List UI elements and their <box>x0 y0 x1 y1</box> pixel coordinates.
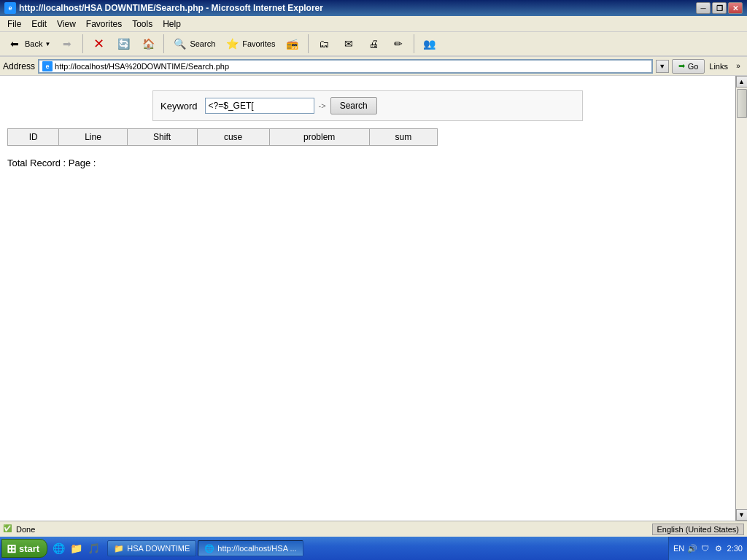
back-dropdown-icon: ▼ <box>44 41 50 47</box>
media-icon: 📻 <box>285 36 301 52</box>
address-bar: Address e ▼ ➡ Go Links » <box>0 57 747 76</box>
toolbar-sep-4 <box>414 34 414 53</box>
home-icon: 🏠 <box>140 36 156 52</box>
menu-tools[interactable]: Tools <box>128 18 157 31</box>
address-dropdown-button[interactable]: ▼ <box>656 60 669 73</box>
toolbar-sep-3 <box>308 34 309 53</box>
stop-button[interactable]: ✕ <box>87 34 110 54</box>
go-button[interactable]: ➡ Go <box>672 59 705 74</box>
window-title: http://localhost/HSA DOWNTIME/Search.php… <box>19 3 323 13</box>
edit-icon: ✏ <box>390 36 406 52</box>
browser-content: Keyword -> Search ID Line Shift cuse pro… <box>0 76 747 521</box>
page-content: Keyword -> Search ID Line Shift cuse pro… <box>0 76 735 521</box>
forward-button[interactable]: ➡ <box>55 34 79 54</box>
close-button[interactable]: ✕ <box>728 2 743 14</box>
scroll-up-button[interactable]: ▲ <box>736 76 748 88</box>
restore-button[interactable]: ❐ <box>712 2 727 14</box>
address-input-wrap[interactable]: e <box>38 59 653 74</box>
back-icon: ⬅ <box>7 36 23 52</box>
keyword-label: Keyword <box>160 101 201 112</box>
messenger-button[interactable]: 👥 <box>418 34 441 54</box>
address-extend-button[interactable]: » <box>732 61 744 72</box>
back-label: Back <box>25 39 42 48</box>
menu-help[interactable]: Help <box>158 18 185 31</box>
search-row: Keyword -> Search <box>160 97 575 114</box>
page-favicon: e <box>42 61 53 71</box>
history-icon: 🗂 <box>316 36 332 52</box>
search-form-container: Keyword -> Search <box>7 90 728 121</box>
search-toolbar-label: Search <box>190 39 215 48</box>
menu-favorites[interactable]: Favorites <box>82 18 126 31</box>
total-record: Total Record : Page : <box>7 158 728 168</box>
table-header-row: ID Line Shift cuse problem sum <box>8 129 438 146</box>
toolbar-sep-1 <box>82 34 83 53</box>
print-button[interactable]: 🖨 <box>362 34 385 54</box>
edit-button[interactable]: ✏ <box>387 34 410 54</box>
toolbar-sep-2 <box>163 34 164 53</box>
address-label: Address <box>3 61 35 71</box>
forward-icon: ➡ <box>59 36 75 52</box>
address-input[interactable] <box>55 62 649 71</box>
menu-bar: File Edit View Favorites Tools Help <box>0 16 747 32</box>
print-icon: 🖨 <box>365 36 382 52</box>
links-label: Links <box>708 62 729 71</box>
php-arrow: -> <box>319 101 326 110</box>
menu-view[interactable]: View <box>53 18 80 31</box>
stop-icon: ✕ <box>90 36 107 52</box>
title-bar-left: e http://localhost/HSA DOWNTIME/Search.p… <box>4 2 323 14</box>
back-button[interactable]: ⬅ Back ▼ <box>3 34 54 54</box>
ie-icon: e <box>4 2 16 14</box>
minimize-button[interactable]: ─ <box>696 2 711 14</box>
col-line: Line <box>59 129 127 146</box>
title-bar: e http://localhost/HSA DOWNTIME/Search.p… <box>0 0 747 16</box>
col-problem: problem <box>269 129 369 146</box>
results-container: ID Line Shift cuse problem sum <box>7 128 728 146</box>
title-bar-buttons[interactable]: ─ ❐ ✕ <box>696 2 743 14</box>
mail-button[interactable]: ✉ <box>337 34 360 54</box>
menu-file[interactable]: File <box>3 18 26 31</box>
keyword-input[interactable] <box>205 98 314 114</box>
col-shift: Shift <box>127 129 197 146</box>
scroll-down-button[interactable]: ▼ <box>736 509 748 521</box>
refresh-icon: 🔄 <box>115 36 131 52</box>
results-table: ID Line Shift cuse problem sum <box>7 128 438 146</box>
history-button[interactable]: 🗂 <box>312 34 336 54</box>
home-button[interactable]: 🏠 <box>136 34 160 54</box>
favorites-icon: ⭐ <box>224 36 240 52</box>
col-sum: sum <box>369 129 437 146</box>
messenger-icon: 👥 <box>422 36 438 52</box>
toolbar: ⬅ Back ▼ ➡ ✕ 🔄 🏠 🔍 Search ⭐ Favorites 📻 … <box>0 32 747 57</box>
favorites-toolbar-label: Favorites <box>242 39 275 48</box>
mail-icon: ✉ <box>341 36 357 52</box>
menu-edit[interactable]: Edit <box>27 18 51 31</box>
refresh-button[interactable]: 🔄 <box>112 34 135 54</box>
search-button[interactable]: Search <box>330 97 377 114</box>
go-label: Go <box>688 62 699 71</box>
col-cuse: cuse <box>197 129 269 146</box>
search-toolbar-icon: 🔍 <box>171 36 187 52</box>
go-arrow-icon: ➡ <box>678 61 685 71</box>
col-id: ID <box>8 129 59 146</box>
search-form-table: Keyword -> Search <box>152 90 583 121</box>
favorites-toolbar-button[interactable]: ⭐ Favorites <box>220 34 279 54</box>
media-button[interactable]: 📻 <box>281 34 304 54</box>
search-toolbar-button[interactable]: 🔍 Search <box>168 34 219 54</box>
scroll-thumb[interactable] <box>737 89 747 118</box>
scrollbar[interactable]: ▲ ▼ <box>735 76 747 521</box>
